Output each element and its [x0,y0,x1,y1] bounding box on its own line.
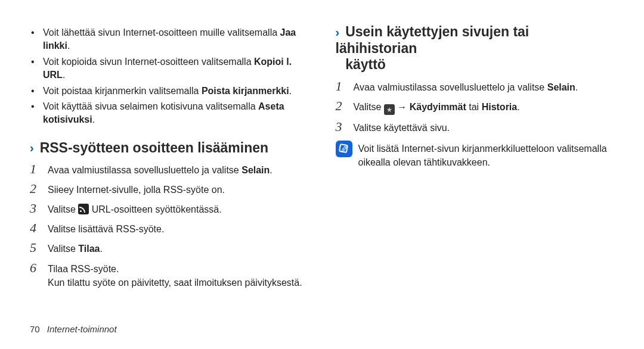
bullet-text: Voit lähettää sivun Internet-osoitteen m… [43,26,309,53]
section-history-title-l1: Usein käytettyjen sivujen tai lähihistor… [336,24,530,56]
step-number: 1 [336,79,354,94]
step-item: 2 Siieey Internet-sivulle, jolla RSS-syö… [30,182,309,197]
note-icon [336,141,352,157]
step-item: 6 Tilaa RSS-syöte. Kun tilattu syöte on … [30,261,309,289]
step-text: Avaa valmiustilassa sovellusluettelo ja … [354,79,615,94]
rss-icon [78,204,89,214]
step-number: 3 [30,201,48,216]
section-history-header: ›Usein käytettyjen sivujen tai lähihisto… [336,24,615,73]
page-footer: 70 Internet-toiminnot [30,324,117,334]
step-item: 3 Valitse URL-osoitteen syöttökentässä. [30,201,309,216]
step-text: Valitse lisättävä RSS-syöte. [48,221,309,236]
step-item: 4 Valitse lisättävä RSS-syöte. [30,221,309,236]
bullet-marker: • [30,100,43,113]
step-number: 3 [336,120,354,134]
step-text: Valitse → Käydyimmät tai Historia. [354,99,615,115]
section-rss-title: RSS-syötteen osoitteen lisääminen [40,140,268,156]
page-body: • Voit lähettää sivun Internet-osoitteen… [0,0,644,298]
step-item: 2 Valitse → Käydyimmät tai Historia. [336,99,615,115]
step-number: 6 [30,261,48,275]
bullet-marker: • [30,26,43,39]
bullet-marker: • [30,85,43,98]
bullet-item: • Voit poistaa kirjanmerkin valitsemalla… [30,85,309,98]
note-text: Voit lisätä Internet-sivun kirjanmerkkil… [358,141,615,169]
step-text: Valitse Tilaa. [48,241,309,255]
bullet-text: Voit kopioida sivun Internet-osoitteen v… [43,55,309,82]
note-block: Voit lisätä Internet-sivun kirjanmerkkil… [336,141,615,169]
section-history-title-l2: käyttö [345,57,386,72]
step-text: Avaa valmiustilassa sovellusluettelo ja … [48,162,309,177]
step-number: 2 [30,182,48,196]
step-item: 5 Valitse Tilaa. [30,241,309,255]
bullet-marker: • [30,55,43,68]
step-text: Siieey Internet-sivulle, jolla RSS-syöte… [48,182,309,197]
step-text: Valitse URL-osoitteen syöttökentässä. [48,201,309,216]
step-number: 1 [30,162,48,176]
bullet-item: • Voit käyttää sivua selaimen kotisivuna… [30,100,309,127]
page-number: 70 [30,324,40,334]
bullet-text: Voit käyttää sivua selaimen kotisivuna v… [43,100,309,127]
step-number: 4 [30,221,48,235]
step-number: 5 [30,241,48,255]
bullet-text: Voit poistaa kirjanmerkin valitsemalla P… [43,85,309,98]
step-item: 1 Avaa valmiustilassa sovellusluettelo j… [30,162,309,177]
chevron-icon: › [30,141,34,155]
footer-title: Internet-toiminnot [47,324,117,334]
bullet-item: • Voit kopioida sivun Internet-osoitteen… [30,55,309,82]
section-rss-header: › RSS-syötteen osoitteen lisääminen [30,140,309,156]
chevron-icon: › [336,26,340,39]
step-text: Tilaa RSS-syöte. Kun tilattu syöte on pä… [48,261,309,289]
step-text: Valitse käytettävä sivu. [354,120,615,135]
step-number: 2 [336,99,354,113]
bullet-item: • Voit lähettää sivun Internet-osoitteen… [30,26,309,53]
step-item: 3 Valitse käytettävä sivu. [336,120,615,135]
step-item: 1 Avaa valmiustilassa sovellusluettelo j… [336,79,615,94]
star-icon [384,104,395,115]
